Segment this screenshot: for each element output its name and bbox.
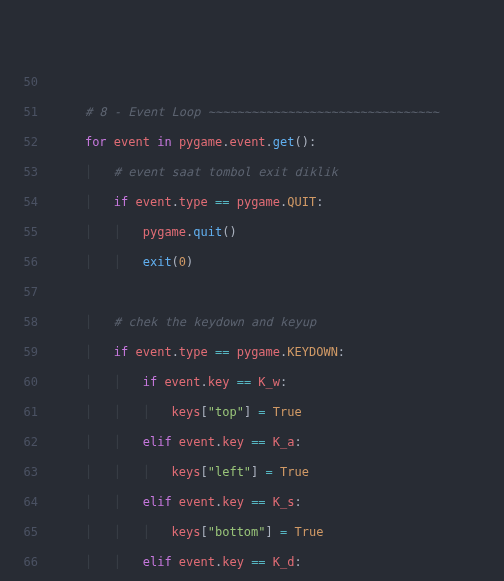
code-line[interactable]: │ │ elif event.key == K_a: <box>56 435 504 450</box>
code-line[interactable]: │ │ if event.key == K_w: <box>56 375 504 390</box>
code-line[interactable]: │ │ │ keys["bottom"] = True <box>56 525 504 540</box>
line-number: 60 <box>0 375 38 390</box>
line-number: 64 <box>0 495 38 510</box>
line-number: 59 <box>0 345 38 360</box>
line-number-gutter: 50 51 52 53 54 55 56 57 58 59 60 61 62 6… <box>0 60 52 581</box>
code-line[interactable]: │ │ │ keys["left"] = True <box>56 465 504 480</box>
line-number: 57 <box>0 285 38 300</box>
code-line[interactable]: │ │ exit(0) <box>56 255 504 270</box>
line-number: 58 <box>0 315 38 330</box>
code-line[interactable]: │ if event.type == pygame.KEYDOWN: <box>56 345 504 360</box>
code-line[interactable] <box>56 75 504 90</box>
code-editor[interactable]: 50 51 52 53 54 55 56 57 58 59 60 61 62 6… <box>0 60 504 581</box>
line-number: 50 <box>0 75 38 90</box>
code-line[interactable]: │ │ pygame.quit() <box>56 225 504 240</box>
code-line[interactable] <box>56 285 504 300</box>
line-number: 63 <box>0 465 38 480</box>
line-number: 65 <box>0 525 38 540</box>
code-line[interactable]: │ │ elif event.key == K_s: <box>56 495 504 510</box>
code-line[interactable]: # 8 - Event Loop ~~~~~~~~~~~~~~~~~~~~~~~… <box>56 105 504 120</box>
code-line[interactable]: │ # event saat tombol exit diklik <box>56 165 504 180</box>
code-line[interactable]: │ if event.type == pygame.QUIT: <box>56 195 504 210</box>
line-number: 51 <box>0 105 38 120</box>
line-number: 61 <box>0 405 38 420</box>
line-number: 66 <box>0 555 38 570</box>
line-number: 55 <box>0 225 38 240</box>
code-line[interactable]: for event in pygame.event.get(): <box>56 135 504 150</box>
line-number: 62 <box>0 435 38 450</box>
code-area[interactable]: # 8 - Event Loop ~~~~~~~~~~~~~~~~~~~~~~~… <box>52 60 504 581</box>
code-line[interactable]: │ │ elif event.key == K_d: <box>56 555 504 570</box>
code-line[interactable]: │ │ │ keys["top"] = True <box>56 405 504 420</box>
line-number: 52 <box>0 135 38 150</box>
line-number: 56 <box>0 255 38 270</box>
code-line[interactable]: │ # chek the keydown and keyup <box>56 315 504 330</box>
line-number: 54 <box>0 195 38 210</box>
line-number: 53 <box>0 165 38 180</box>
